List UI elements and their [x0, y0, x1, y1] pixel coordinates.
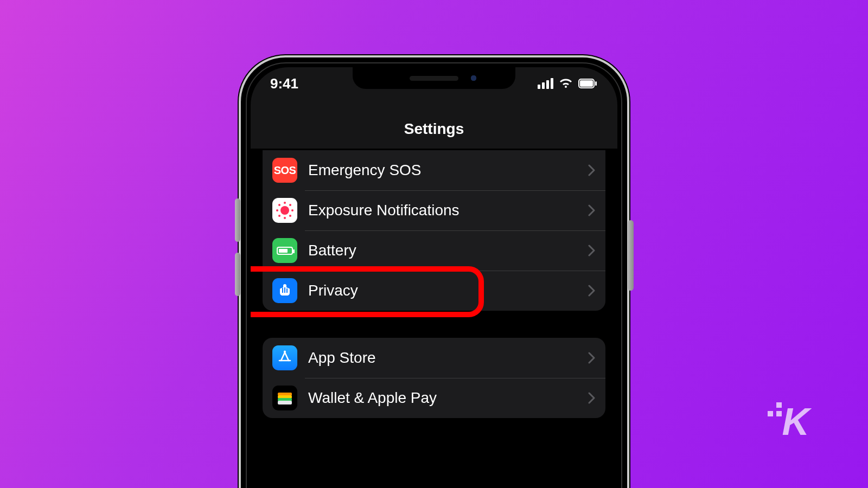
privacy-icon	[272, 278, 297, 303]
speaker-grille	[410, 76, 458, 81]
svg-point-5	[284, 217, 286, 219]
sos-icon: SOS	[272, 158, 297, 183]
settings-group-1: SOS Emergency SOS Expo	[263, 150, 605, 311]
row-label: Exposure Notifications	[308, 202, 588, 219]
chevron-right-icon	[588, 164, 596, 176]
row-wallet-apple-pay[interactable]: Wallet & Apple Pay	[263, 378, 605, 418]
row-label: Privacy	[308, 282, 588, 299]
row-privacy[interactable]: Privacy	[263, 271, 605, 311]
appstore-icon	[272, 345, 297, 370]
svg-point-6	[276, 209, 278, 211]
row-label: App Store	[308, 349, 588, 367]
svg-point-4	[284, 202, 286, 204]
row-label: Emergency SOS	[308, 162, 588, 179]
svg-point-3	[280, 206, 289, 215]
row-battery[interactable]: Battery	[263, 230, 605, 271]
cellular-icon	[538, 78, 553, 89]
svg-point-7	[291, 209, 293, 211]
status-indicators	[538, 78, 598, 89]
notch	[353, 67, 515, 89]
svg-line-16	[285, 352, 289, 361]
svg-point-11	[289, 215, 291, 217]
chevron-right-icon	[588, 204, 596, 216]
row-label: Wallet & Apple Pay	[308, 389, 588, 407]
svg-point-8	[278, 204, 280, 206]
svg-rect-14	[286, 288, 288, 293]
wallet-icon	[272, 386, 297, 410]
battery-status-icon	[578, 79, 598, 88]
volume-down-button	[235, 253, 240, 296]
chevron-right-icon	[588, 392, 596, 404]
phone-screen: 9:41 Settings	[251, 67, 617, 488]
chevron-right-icon	[588, 285, 596, 297]
svg-rect-13	[284, 287, 285, 293]
row-label: Battery	[308, 242, 588, 259]
settings-group-2: App Store	[263, 338, 605, 418]
chevron-right-icon	[588, 352, 596, 364]
svg-point-10	[278, 215, 280, 217]
svg-rect-12	[282, 288, 283, 293]
wifi-icon	[559, 78, 573, 89]
settings-list[interactable]: SOS Emergency SOS Expo	[251, 149, 617, 488]
volume-up-button	[235, 198, 240, 242]
page-title: Settings	[404, 120, 464, 138]
watermark-logo: K	[782, 400, 807, 444]
power-button	[628, 220, 634, 291]
svg-point-9	[289, 204, 291, 206]
svg-point-18	[284, 351, 286, 353]
status-time: 9:41	[270, 75, 298, 92]
svg-line-15	[281, 352, 285, 361]
watermark-text: K	[782, 401, 807, 443]
battery-icon	[272, 238, 297, 263]
row-app-store[interactable]: App Store	[263, 338, 605, 378]
svg-rect-1	[580, 80, 593, 87]
svg-rect-2	[595, 81, 597, 86]
row-emergency-sos[interactable]: SOS Emergency SOS	[263, 150, 605, 190]
canvas: 9:41 Settings	[39, 23, 829, 465]
row-exposure-notifications[interactable]: Exposure Notifications	[263, 190, 605, 230]
exposure-icon	[272, 198, 297, 223]
front-camera	[470, 74, 477, 82]
phone-frame: 9:41 Settings	[239, 55, 629, 488]
svg-rect-22	[278, 401, 292, 404]
chevron-right-icon	[588, 245, 596, 256]
